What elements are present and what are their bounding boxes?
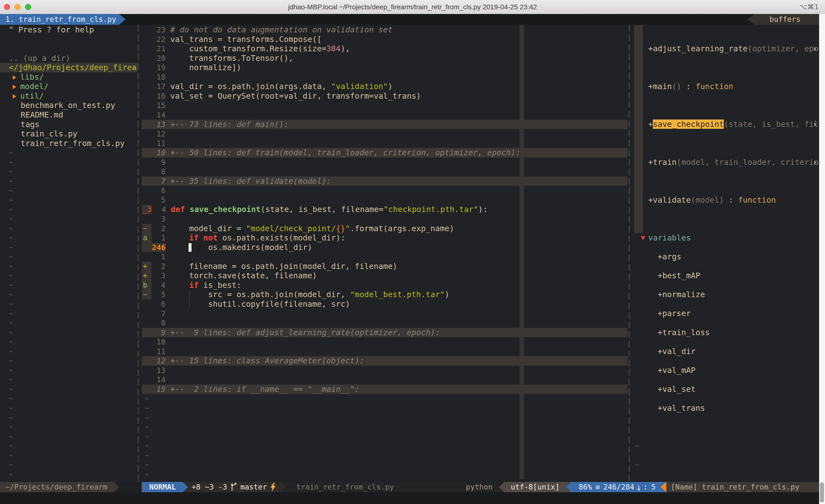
gutter-sign (142, 129, 151, 139)
tag-item[interactable]: +save_checkpoint(state, is_best, fil› (633, 119, 819, 129)
code-line[interactable]: ~2 model_dir = "model/check_point/{}".fo… (142, 224, 627, 233)
code-line[interactable]: 11 (142, 139, 627, 148)
line-number: 3 (151, 214, 166, 224)
tree-item-tags[interactable]: tags (0, 120, 138, 129)
code-line[interactable]: +2 filename = os.path.join(model_dir, fi… (142, 262, 627, 271)
code-line[interactable]: 246 os.makedirs(model_dir) (142, 243, 627, 252)
tag-item[interactable]: +val_dir (633, 347, 819, 356)
code-line[interactable]: b4 if is_best: (142, 280, 627, 290)
code-line[interactable]: 13 (142, 365, 627, 375)
buffers-label[interactable]: buffers (747, 14, 819, 25)
tag-kind-variables[interactable]: ▼variables (633, 233, 819, 243)
tag-item[interactable]: +val_mAP (633, 365, 819, 375)
code-line[interactable]: +3 torch.save(state, filename) (142, 271, 627, 280)
code-line[interactable]: 18 (142, 72, 627, 82)
code-line[interactable]: 21 custom_transform.Resize(size=384), (142, 44, 627, 54)
folded-line[interactable]: 9+-- 9 lines: def adjust_learning_rate(o… (142, 328, 627, 337)
folded-line[interactable]: 10+-- 50 lines: def train(model, train_l… (142, 148, 627, 158)
tree-item-train_retr_from_clspy[interactable]: train_retr_from_cls.py (0, 139, 138, 148)
tree-item-model[interactable]: model/ (0, 82, 138, 91)
code-line[interactable]: 23# do not do data augmentation on valid… (142, 25, 627, 34)
tag-item[interactable]: +validate(model) : function (633, 195, 819, 205)
folded-line[interactable]: 13+-- 73 lines: def main(): (142, 120, 627, 129)
code-line[interactable]: a1 if not os.path.exists(model_dir): (142, 233, 627, 243)
code-line[interactable]: 8 (142, 167, 627, 176)
code-line[interactable]: 20 transforms.ToTensor(), (142, 54, 627, 63)
gutter-sign (142, 110, 151, 120)
tag-item[interactable]: +normalize (633, 290, 819, 300)
empty-line: ~ (0, 451, 138, 460)
command-line[interactable] (0, 492, 819, 504)
empty-line: ~ (142, 413, 627, 423)
line-number: 3 (151, 271, 166, 280)
code-line[interactable]: 19 normalize]) (142, 63, 627, 72)
tag-item[interactable]: +args (633, 252, 819, 262)
line-number: 4 (152, 204, 166, 214)
tree-item-util[interactable]: util/ (0, 91, 138, 101)
gutter-sign (142, 72, 151, 82)
tag-item[interactable]: +val_set (633, 385, 819, 394)
gutter-sign: _3 (142, 204, 152, 214)
tree-item-benchmark_on_testpy[interactable]: benchmark_on_test.py (0, 101, 138, 110)
folded-line[interactable]: 7+-- 35 lines: def validate(model): (142, 176, 627, 186)
tag-item[interactable]: +parser (633, 309, 819, 318)
vim-tabline: 1. train_retr_from_cls.py buffers (0, 14, 825, 25)
gutter-sign (142, 195, 151, 205)
code-line[interactable]: 3 (142, 214, 627, 224)
editor-pane[interactable]: 23# do not do data augmentation on valid… (142, 25, 627, 479)
scrollbar-thumb[interactable] (820, 482, 824, 503)
gutter-sign (142, 34, 151, 44)
code-line[interactable]: 8 (142, 318, 627, 328)
code-line[interactable]: 12 (142, 129, 627, 139)
gutter-sign (142, 91, 151, 101)
fold-open-icon[interactable]: ▼ (641, 233, 645, 243)
tree-item-READMEmd[interactable]: README.md (0, 110, 138, 120)
code-line[interactable]: ~5 src = os.path.join(model_dir, "model_… (142, 290, 627, 300)
code-line[interactable]: 1 (142, 252, 627, 262)
window-separator-left[interactable] (138, 25, 139, 482)
code-line[interactable]: 17val_dir = os.path.join(args.data, "val… (142, 82, 627, 91)
tag-item[interactable]: +train(model, train_loader, criterio› (633, 158, 819, 167)
line-number: 18 (151, 72, 166, 82)
tree-item-train_clspy[interactable]: train_cls.py (0, 129, 138, 139)
chevron-right-icon (13, 94, 16, 99)
code-line[interactable]: 22val_trans = transforms.Compose([ (142, 34, 627, 44)
tree-root-path[interactable]: </jdhao/Projects/deep_firear› (0, 63, 138, 72)
code-line[interactable]: 9 (142, 158, 627, 167)
code-line[interactable]: 7 (142, 309, 627, 319)
tag-item[interactable]: +train_loss (633, 328, 819, 337)
code-line[interactable]: 14 (142, 375, 627, 385)
tag-item (633, 25, 819, 34)
airline-statusline: ~/Projects/deep_firearm NORMAL +8 ~3 -3 … (0, 482, 819, 492)
window-separator-right[interactable] (629, 25, 629, 482)
tag-item[interactable]: +main() : function (633, 82, 819, 91)
line-number: 14 (151, 375, 166, 385)
code-line[interactable]: 14 (142, 110, 627, 120)
tag-item[interactable]: +adjust_learning_rate(optimizer, epo› (633, 44, 819, 54)
line-number: 2 (151, 262, 166, 271)
gutter-sign: + (142, 271, 151, 280)
gutter-sign (142, 44, 151, 54)
gutter-sign (142, 139, 151, 148)
code-line[interactable]: 6 shutil.copyfile(filename, src) (142, 300, 627, 309)
code-line[interactable]: 16val_set = QuerySet(root=val_dir, trans… (142, 91, 627, 101)
code-line[interactable]: _34def save_checkpoint(state, is_best, f… (142, 204, 627, 214)
terminal-scrollbar[interactable] (819, 14, 825, 504)
empty-line: ~ (142, 403, 627, 413)
folded-line[interactable]: 15+-- 2 lines: if __name__ == "__main__"… (142, 385, 627, 394)
column-separator: : (643, 482, 648, 492)
code-line[interactable]: 5 (142, 195, 627, 205)
code-line[interactable]: 10 (142, 337, 627, 347)
code-line[interactable]: 6 (142, 186, 627, 195)
line-number: 12 (151, 356, 166, 365)
code-line[interactable]: 15 (142, 101, 627, 110)
tag-item[interactable]: +best_mAP (633, 271, 819, 280)
tree-item-libs[interactable]: libs/ (0, 72, 138, 82)
tag-item[interactable]: +val_trans (633, 403, 819, 413)
tab-train-retr-from-cls[interactable]: 1. train_retr_from_cls.py (0, 14, 126, 25)
line-number: 22 (151, 34, 166, 44)
folded-line[interactable]: 12+-- 15 lines: class AverageMeter(objec… (142, 356, 627, 365)
truncation-icon: › (131, 63, 136, 72)
empty-line: ~ (0, 460, 138, 470)
code-line[interactable]: 11 (142, 347, 627, 356)
